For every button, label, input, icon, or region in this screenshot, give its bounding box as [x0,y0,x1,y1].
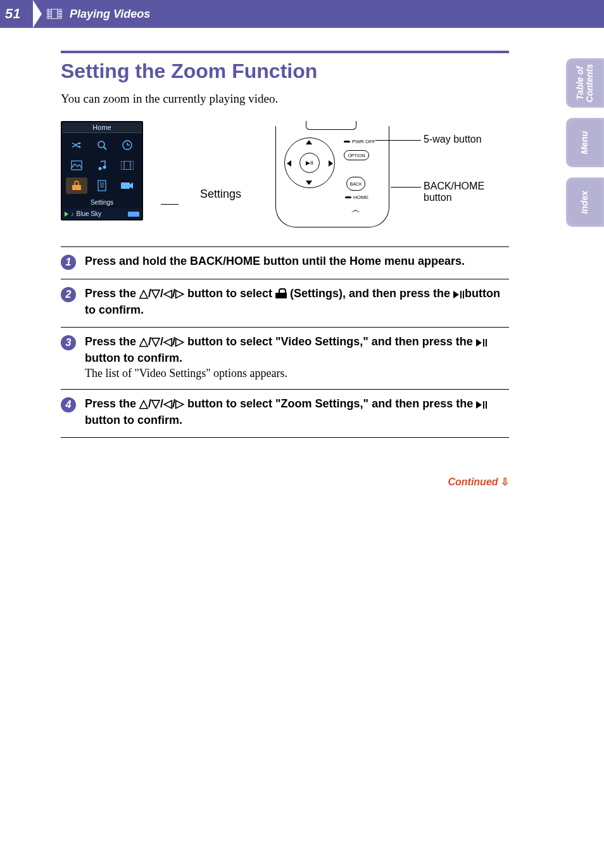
step-4-text: Press the △/▽/◁/▷ button to select "Zoom… [85,396,509,428]
tab-label: Table of Contents [576,64,595,103]
page-title: Setting the Zoom Function [61,60,509,83]
callout-back-home: BACK/HOME button [424,181,484,204]
step-3-detail: The list of "Video Settings" options app… [85,367,509,380]
svg-rect-25 [121,182,130,189]
step-2: 2 Press the △/▽/◁/▷ button to select (Se… [61,286,509,327]
music-icon [91,157,113,174]
step-3-text: Press the △/▽/◁/▷ button to select "Vide… [85,334,509,366]
now-playing-icon [116,177,138,194]
device-selected-label: Settings [62,198,142,208]
dpad-arrows-icon: △/▽/◁/▷ [139,335,184,348]
clock-icon [116,137,138,153]
playlist-icon [91,177,113,194]
back-button-icon: BACK [346,177,365,191]
tab-label: Menu [580,131,589,155]
dpad-arrows-icon: △/▽/◁/▷ [139,287,184,300]
play-pause-icon [476,397,484,412]
svg-point-16 [99,167,102,170]
section-title: Playing Videos [70,8,150,21]
step-divider [61,437,509,438]
play-pause-icon [453,287,462,302]
title-rule [61,51,509,53]
callout-line [165,156,179,194]
dpad-arrows-icon: △/▽/◁/▷ [139,397,184,410]
svg-point-17 [103,166,106,169]
battery-icon [128,212,139,217]
step-number-badge: 4 [61,397,76,412]
video-icon [116,157,138,174]
step-4: 4 Press the △/▽/◁/▷ button to select "Zo… [61,396,509,437]
tab-index[interactable]: Index [566,177,604,227]
device-footer: ♪ Blue Sky [62,208,142,219]
option-button-icon: OPTION [344,150,369,160]
continued-indicator: Continued [61,476,509,488]
intro-text: You can zoom in the currently playing vi… [61,92,509,106]
tab-table-of-contents[interactable]: Table of Contents [566,58,604,108]
content-area: Setting the Zoom Function You can zoom i… [0,28,604,488]
step-1: 1 Press and hold the BACK/HOME button un… [61,253,509,279]
device-screen-title: Home [62,122,142,133]
step-number-badge: 2 [61,287,76,302]
tab-label: Index [580,191,589,214]
settings-callout: Settings [200,150,241,201]
step-1-text: Press and hold the BACK/HOME button unti… [85,253,509,269]
svg-point-10 [98,141,104,148]
device-home-screen: Home Settings ♪ Blue Sky [61,121,143,220]
photo-icon [66,157,87,174]
steps-list: 1 Press and hold the BACK/HOME button un… [61,246,509,438]
right-arrow-icon [329,160,333,167]
svg-rect-21 [98,181,106,191]
play-pause-icon [476,335,484,350]
step-divider [61,327,509,328]
settings-icon [66,177,87,194]
tab-menu[interactable]: Menu [566,118,604,167]
pwr-off-label: PWR OFF [344,139,375,144]
music-note-icon: ♪ [71,211,74,217]
settings-toolbox-icon [275,290,287,298]
diagram-row: Home Settings ♪ Blue Sky Settings [61,121,509,229]
now-playing-track: Blue Sky [77,210,101,217]
play-indicator-icon [65,212,68,217]
film-strip-icon [47,9,62,19]
search-icon [91,137,113,153]
device-controls-diagram: ▶II PWR OFF OPTION BACK HOME ෴ [275,121,402,229]
down-arrow-icon [306,181,312,185]
svg-line-11 [104,147,106,150]
svg-rect-19 [124,161,130,170]
step-divider [61,279,509,279]
svg-rect-18 [121,161,134,170]
svg-rect-20 [72,185,81,190]
speaker-icon: ෴ [351,205,360,215]
shuffle-icon [66,137,87,153]
step-divider [61,389,509,390]
home-label: HOME [345,195,368,200]
step-number-badge: 3 [61,335,76,350]
header-divider-icon [33,0,42,28]
side-tabs: Table of Contents Menu Index [566,58,604,227]
left-arrow-icon [287,160,291,167]
page-number: 51 [5,6,33,22]
svg-rect-1 [51,9,58,19]
up-arrow-icon [306,140,312,144]
svg-rect-15 [72,161,82,170]
step-2-text: Press the △/▽/◁/▷ button to select (Sett… [85,286,509,318]
page-header: 51 Playing Videos [0,0,604,28]
callout-five-way: 5-way button [424,134,482,145]
play-pause-button-icon: ▶II [299,153,320,173]
step-divider [61,246,509,247]
step-3: 3 Press the △/▽/◁/▷ button to select "Vi… [61,334,509,390]
step-number-badge: 1 [61,255,76,270]
